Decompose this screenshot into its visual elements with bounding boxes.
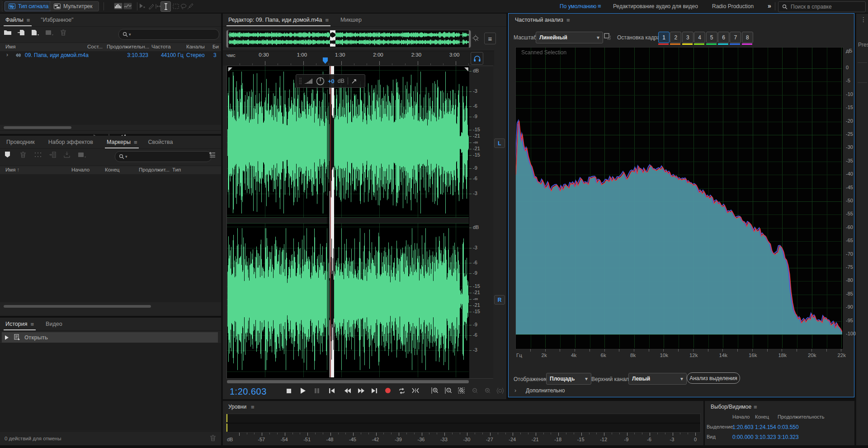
view-end-value[interactable]: 3:10.323 bbox=[755, 434, 776, 440]
time-display[interactable]: 1:20.603 bbox=[230, 386, 267, 397]
help-search-box[interactable] bbox=[778, 1, 866, 12]
time-selection-tool-icon[interactable] bbox=[138, 3, 146, 10]
insert-into-playlist-icon[interactable] bbox=[49, 151, 56, 158]
hold-frame-button-3[interactable]: 3 bbox=[682, 32, 693, 43]
dock-kebab-icon[interactable]: ⋮ bbox=[860, 16, 867, 23]
lasso-tool-icon[interactable] bbox=[180, 3, 187, 10]
fast-forward-button[interactable] bbox=[358, 388, 365, 394]
files-search-input[interactable] bbox=[133, 31, 215, 38]
workspace-tab-radio-production[interactable]: Radio Production bbox=[712, 3, 754, 10]
hud-knob-icon[interactable] bbox=[316, 77, 325, 86]
files-column-header[interactable]: Имя Сост... Продолжительн... Частота Кан… bbox=[0, 43, 221, 52]
mcol-end[interactable]: Конец bbox=[105, 167, 119, 172]
overview-waveform[interactable] bbox=[228, 30, 469, 47]
tab-editor[interactable]: Редактор: 09. Папа, иди домой.m4a≡ bbox=[226, 14, 330, 26]
hud-grip-icon[interactable] bbox=[299, 77, 302, 85]
selection-view-title[interactable]: Выбор/Видимое bbox=[711, 404, 751, 410]
tab-markers[interactable]: Маркеры≡ bbox=[105, 136, 139, 148]
markers-menu-icon[interactable]: ≡ bbox=[134, 139, 137, 145]
markers-trash-icon[interactable] bbox=[20, 151, 26, 158]
col-bits[interactable]: Би bbox=[212, 44, 219, 49]
workspace-menu-icon[interactable]: ≡ bbox=[598, 3, 601, 9]
skip-to-start-button[interactable] bbox=[329, 388, 335, 394]
selection-view-menu-icon[interactable]: ≡ bbox=[754, 404, 757, 410]
marker-ranges-icon[interactable] bbox=[34, 152, 42, 157]
col-name[interactable]: Имя bbox=[5, 44, 15, 49]
timeline-ruler[interactable]: чмс 0:301:001:302:002:303:00 bbox=[223, 51, 494, 66]
workspace-overflow-icon[interactable]: » bbox=[768, 2, 771, 10]
right-channel-badge[interactable]: R bbox=[494, 295, 505, 305]
markers-list-view-icon[interactable] bbox=[209, 151, 216, 158]
analyze-selection-button[interactable]: Анализ выделения bbox=[687, 372, 740, 384]
col-channels[interactable]: Каналы bbox=[186, 44, 205, 49]
new-file-icon[interactable] bbox=[31, 29, 40, 36]
file-row[interactable]: › 09. Папа, иди домой.m4a 3:10.323 44100… bbox=[0, 51, 221, 60]
pause-button[interactable] bbox=[314, 388, 320, 394]
file-expander-icon[interactable]: › bbox=[6, 52, 8, 58]
brush-tool-icon[interactable] bbox=[187, 3, 194, 10]
play-button[interactable] bbox=[300, 387, 306, 394]
view-duration-value[interactable]: 3:10.323 bbox=[778, 434, 799, 440]
tab-history[interactable]: История≡ bbox=[4, 318, 36, 330]
file-name[interactable]: 09. Папа, иди домой.m4a bbox=[25, 52, 89, 58]
help-search-input[interactable] bbox=[790, 3, 862, 10]
zoom-in-time-button[interactable] bbox=[431, 387, 439, 395]
zoom-to-selection-button[interactable] bbox=[458, 387, 466, 395]
history-list-empty[interactable] bbox=[0, 343, 221, 431]
hold-frame-button-8[interactable]: 8 bbox=[742, 32, 753, 43]
levels-menu-icon[interactable]: ≡ bbox=[251, 404, 255, 410]
sel-duration-value[interactable]: 0:03.550 bbox=[778, 424, 799, 430]
mcol-type[interactable]: Тип bbox=[172, 167, 181, 172]
spectral-frequency-display-icon[interactable] bbox=[114, 3, 123, 10]
history-item-open[interactable]: Открыть bbox=[2, 332, 218, 343]
tab-files[interactable]: Файлы≡ bbox=[4, 14, 32, 26]
overview-range-bar[interactable] bbox=[226, 30, 471, 48]
freq-panel-menu-icon[interactable]: ≡ bbox=[566, 17, 570, 23]
levels-title[interactable]: Уровни bbox=[228, 404, 246, 410]
toolbar-grip[interactable] bbox=[1, 1, 3, 12]
markers-search-input[interactable] bbox=[130, 153, 208, 160]
import-file-icon[interactable] bbox=[17, 29, 25, 36]
freq-display-dropdown[interactable]: Площадь ▾ bbox=[546, 373, 591, 385]
markers-export-icon[interactable] bbox=[78, 151, 87, 158]
left-channel-badge[interactable]: L bbox=[494, 138, 505, 148]
markers-hscrollbar[interactable] bbox=[4, 305, 151, 308]
view-start-value[interactable]: 0:00.000 bbox=[732, 434, 754, 440]
volume-hud[interactable]: +0 dB bbox=[296, 74, 365, 88]
hold-frame-button-1[interactable]: 1 bbox=[658, 32, 670, 43]
col-status[interactable]: Сост... bbox=[87, 44, 103, 49]
sel-end-value[interactable]: 1:24.154 bbox=[755, 424, 776, 430]
tab-favorites[interactable]: "Избранное" bbox=[39, 14, 75, 26]
wave-corner-left-handle[interactable] bbox=[228, 67, 232, 71]
tab-properties[interactable]: Свойства bbox=[146, 136, 175, 148]
wave-corner-right-handle[interactable] bbox=[464, 67, 468, 71]
hud-gain-value[interactable]: +0 bbox=[328, 78, 335, 85]
tab-explorer[interactable]: Проводник bbox=[5, 136, 37, 148]
waveform-view-button[interactable]: Тип сигнала bbox=[5, 1, 56, 11]
markers-column-header[interactable]: Имя ↑ Начало Конец Продолжит... Тип bbox=[0, 166, 221, 175]
rewind-button[interactable] bbox=[344, 388, 351, 394]
loop-playback-button[interactable] bbox=[398, 387, 406, 395]
zoom-out-time-button[interactable] bbox=[444, 387, 452, 395]
dock-collapsed-label[interactable]: Prese bbox=[858, 42, 868, 48]
tab-effects-rack[interactable]: Набор эффектов bbox=[47, 136, 95, 148]
freq-scale-dropdown[interactable]: Линейный ▾ bbox=[536, 32, 603, 43]
files-hscrollbar[interactable] bbox=[4, 126, 71, 129]
insert-into-multitrack-icon[interactable] bbox=[45, 29, 54, 36]
files-search-dropdown-icon[interactable]: ▾ bbox=[129, 33, 131, 37]
editor-panel-menu-icon[interactable]: ≡ bbox=[484, 33, 496, 44]
sel-start-value[interactable]: 1:20.603 bbox=[732, 424, 754, 430]
copy-frame-icon[interactable] bbox=[604, 33, 612, 41]
hold-frame-button-2[interactable]: 2 bbox=[670, 32, 681, 43]
hold-frame-button-5[interactable]: 5 bbox=[706, 32, 717, 43]
markers-search-box[interactable]: ▾ bbox=[115, 151, 212, 162]
zoom-reset-icon[interactable] bbox=[472, 34, 480, 43]
zoom-in-selection-button[interactable] bbox=[471, 387, 479, 395]
zoom-out-selection-button[interactable] bbox=[484, 387, 491, 395]
record-button[interactable] bbox=[385, 387, 391, 394]
editor-menu-icon[interactable]: ≡ bbox=[326, 17, 329, 23]
files-menu-icon[interactable]: ≡ bbox=[27, 17, 30, 23]
workspace-tab-video-editing[interactable]: Редактирование аудио для видео bbox=[613, 3, 698, 10]
markers-search-dropdown-icon[interactable]: ▾ bbox=[125, 155, 127, 159]
monitor-headphones-button[interactable] bbox=[471, 52, 483, 65]
